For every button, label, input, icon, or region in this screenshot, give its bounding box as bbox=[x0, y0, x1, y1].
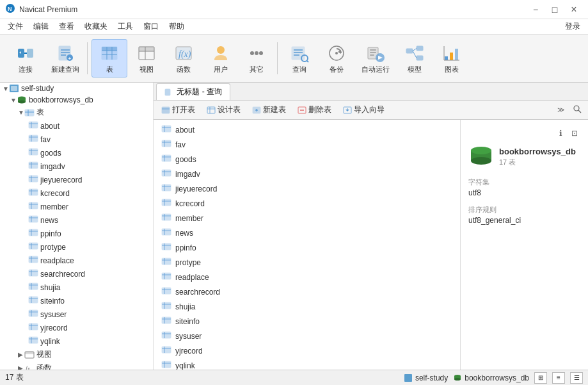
table-row-searchrecord[interactable]: searchrecord bbox=[154, 284, 460, 299]
toolbar-view-btn[interactable]: 视图 bbox=[129, 39, 164, 78]
sidebar-table-protype[interactable]: protype bbox=[0, 240, 153, 254]
close-button[interactable]: × bbox=[565, 3, 583, 16]
toolbar-chart-btn[interactable]: 图表 bbox=[434, 39, 470, 78]
sidebar-item-views-section[interactable]: ▶ 视图 bbox=[0, 348, 153, 361]
table-row-sysuser[interactable]: sysuser bbox=[154, 329, 460, 343]
sidebar-item-self-study[interactable]: ▼ self-study bbox=[0, 83, 153, 94]
table-row-name: imgadv bbox=[175, 170, 200, 179]
svg-point-26 bbox=[255, 51, 258, 55]
table-row-name: kcrecord bbox=[175, 199, 205, 208]
toolbar-model-btn[interactable]: 模型 bbox=[397, 39, 433, 78]
table-row-yqlink[interactable]: yqlink bbox=[154, 358, 460, 370]
list-view-btn[interactable]: ≡ bbox=[552, 372, 565, 384]
table-row-imgadv[interactable]: imgadv bbox=[154, 167, 460, 181]
toolbar-autorun-btn[interactable]: 自动运行 bbox=[356, 39, 395, 78]
new-table-btn[interactable]: 新建表 bbox=[247, 102, 291, 117]
table-tree-icon bbox=[28, 322, 38, 333]
delete-table-icon bbox=[298, 106, 306, 115]
menu-window[interactable]: 窗口 bbox=[138, 20, 164, 33]
sidebar-table-siteinfo[interactable]: siteinfo bbox=[0, 294, 153, 307]
toolbar-backup-btn[interactable]: 备份 bbox=[319, 39, 354, 78]
user-icon bbox=[211, 43, 231, 63]
table-row-yjrecord[interactable]: yjrecord bbox=[154, 343, 460, 358]
menu-login[interactable]: 登录 bbox=[560, 20, 585, 33]
sidebar-table-sysuser[interactable]: sysuser bbox=[0, 307, 153, 321]
svg-rect-103 bbox=[29, 310, 38, 316]
table-row-shujia[interactable]: shujia bbox=[154, 299, 460, 314]
status-connection-icon bbox=[404, 373, 413, 382]
sidebar-item-tables-section[interactable]: ▼ 表 bbox=[0, 106, 153, 119]
sidebar-table-goods[interactable]: goods bbox=[0, 146, 153, 160]
menu-tools[interactable]: 工具 bbox=[113, 20, 138, 33]
table-row-jieyuerecord[interactable]: jieyuerecord bbox=[154, 181, 460, 196]
table-tree-icon bbox=[28, 309, 38, 320]
table-row-siteinfo[interactable]: siteinfo bbox=[154, 314, 460, 329]
info-expand-btn[interactable]: ⊡ bbox=[569, 127, 580, 139]
table-row-about[interactable]: about bbox=[154, 122, 460, 137]
minimize-button[interactable]: − bbox=[527, 3, 544, 16]
table-row-name: yqlink bbox=[175, 361, 195, 370]
svg-rect-43 bbox=[406, 49, 413, 53]
table-row-ppinfo[interactable]: ppinfo bbox=[154, 240, 460, 255]
search-btn[interactable] bbox=[569, 102, 585, 117]
sidebar-table-yqlink[interactable]: yqlink bbox=[0, 334, 153, 348]
menu-bar: 文件 编辑 查看 收藏夹 工具 窗口 帮助 登录 bbox=[0, 19, 588, 35]
grid-view-btn[interactable]: ⊞ bbox=[534, 372, 547, 384]
menu-favorites[interactable]: 收藏夹 bbox=[79, 20, 113, 33]
table-row-member[interactable]: member bbox=[154, 211, 460, 225]
table-row-icon bbox=[161, 198, 171, 209]
menu-help[interactable]: 帮助 bbox=[164, 20, 189, 33]
table-row-news[interactable]: news bbox=[154, 225, 460, 240]
more-btn[interactable]: ≫ bbox=[553, 104, 569, 116]
toolbar-user-btn[interactable]: 用户 bbox=[203, 39, 239, 78]
toolbar-function-btn[interactable]: f(x) 函数 bbox=[166, 39, 202, 78]
info-help-btn[interactable]: ℹ bbox=[555, 127, 566, 139]
svg-rect-76 bbox=[29, 189, 38, 195]
tab-query[interactable]: 无标题 - 查询 bbox=[156, 83, 230, 100]
sidebar-table-member[interactable]: member bbox=[0, 200, 153, 213]
collation-section: 排序规则 utf8_general_ci bbox=[468, 205, 580, 225]
sidebar-table-shujia[interactable]: shujia bbox=[0, 281, 153, 294]
sidebar-item-db[interactable]: ▼ bookborrowsys_db bbox=[0, 94, 153, 106]
sidebar-table-kcrecord[interactable]: kcrecord bbox=[0, 186, 153, 200]
svg-rect-48 bbox=[445, 56, 448, 60]
menu-file[interactable]: 文件 bbox=[3, 20, 28, 33]
sidebar-table-news[interactable]: news bbox=[0, 213, 153, 227]
svg-rect-160 bbox=[162, 258, 171, 265]
toolbar-new-query-btn[interactable]: + 新建查询 bbox=[47, 39, 83, 78]
sidebar-table-jieyuerecord[interactable]: jieyuerecord bbox=[0, 173, 153, 186]
table-row-readplace[interactable]: readplace bbox=[154, 270, 460, 284]
menu-edit[interactable]: 编辑 bbox=[28, 20, 54, 33]
sidebar-item-functions-section[interactable]: ▶ fx 函数 bbox=[0, 361, 153, 370]
detail-view-btn[interactable]: ☰ bbox=[570, 372, 583, 384]
toolbar-table-btn[interactable]: 表 bbox=[91, 39, 127, 78]
sidebar-table-about[interactable]: about bbox=[0, 119, 153, 133]
toolbar-connect-btn[interactable]: 连接 bbox=[5, 39, 46, 78]
query-icon bbox=[289, 43, 310, 63]
table-row-icon bbox=[161, 213, 171, 224]
sidebar-table-yjrecord[interactable]: yjrecord bbox=[0, 321, 153, 334]
svg-rect-188 bbox=[404, 374, 412, 382]
sidebar-table-imgadv[interactable]: imgadv bbox=[0, 160, 153, 173]
table-row-protype[interactable]: protype bbox=[154, 255, 460, 270]
db-info-text: bookborrowsys_db 17 表 bbox=[499, 147, 576, 167]
open-table-btn[interactable]: 打开表 bbox=[156, 102, 200, 117]
sidebar-table-fav[interactable]: fav bbox=[0, 133, 153, 146]
table-row-icon bbox=[161, 345, 171, 356]
toolbar-other-btn[interactable]: 其它 bbox=[240, 39, 273, 78]
table-row-kcrecord[interactable]: kcrecord bbox=[154, 196, 460, 211]
menu-view[interactable]: 查看 bbox=[54, 20, 79, 33]
sidebar-table-searchrecord[interactable]: searchrecord bbox=[0, 267, 153, 281]
sidebar-table-readplace[interactable]: readplace bbox=[0, 254, 153, 267]
toolbar-query-btn[interactable]: 查询 bbox=[282, 39, 317, 78]
sidebar-table-label: jieyuerecord bbox=[40, 176, 82, 184]
table-row-goods[interactable]: goods bbox=[154, 152, 460, 167]
table-row-fav[interactable]: fav bbox=[154, 137, 460, 152]
db-table-count: 17 表 bbox=[499, 158, 576, 167]
design-table-btn[interactable]: 设计表 bbox=[202, 102, 246, 117]
maximize-button[interactable]: □ bbox=[546, 3, 564, 16]
svg-rect-120 bbox=[207, 107, 215, 113]
delete-table-btn[interactable]: 删除表 bbox=[292, 102, 337, 117]
sidebar-table-ppinfo[interactable]: ppinfo bbox=[0, 227, 153, 240]
import-wizard-btn[interactable]: 导入向导 bbox=[338, 102, 390, 117]
